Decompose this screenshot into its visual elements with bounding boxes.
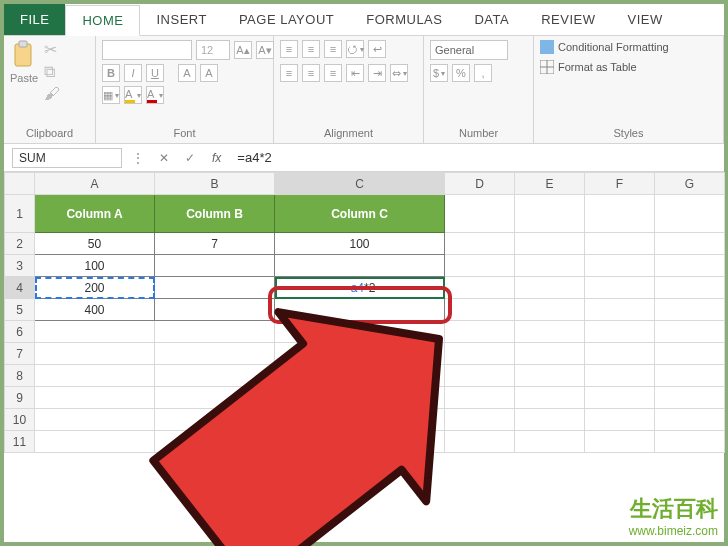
font-name-combo[interactable]	[102, 40, 192, 60]
row-header-8[interactable]: 8	[5, 365, 35, 387]
tab-data[interactable]: DATA	[458, 4, 525, 35]
row-header-4[interactable]: 4	[5, 277, 35, 299]
col-header-D[interactable]: D	[445, 173, 515, 195]
fx-icon[interactable]: fx	[206, 151, 227, 165]
format-painter-icon[interactable]: 🖌	[44, 85, 60, 103]
cell-E9[interactable]	[515, 387, 585, 409]
cell-A11[interactable]	[35, 431, 155, 453]
cell-F3[interactable]	[585, 255, 655, 277]
indent-inc-icon[interactable]: ⇥	[368, 64, 386, 82]
cell-E4[interactable]	[515, 277, 585, 299]
row-header-7[interactable]: 7	[5, 343, 35, 365]
name-box[interactable]	[12, 148, 122, 168]
paste-button[interactable]: Paste	[10, 40, 38, 84]
cell-F1[interactable]	[585, 195, 655, 233]
col-header-C[interactable]: C	[275, 173, 445, 195]
cell-B3[interactable]	[155, 255, 275, 277]
cell-C1[interactable]: Column C	[275, 195, 445, 233]
cell-E3[interactable]	[515, 255, 585, 277]
cell-A3[interactable]: 100	[35, 255, 155, 277]
number-format-combo[interactable]	[430, 40, 508, 60]
cell-B6[interactable]	[155, 321, 275, 343]
row-header-5[interactable]: 5	[5, 299, 35, 321]
cell-C10[interactable]	[275, 409, 445, 431]
cell-B8[interactable]	[155, 365, 275, 387]
cell-A5[interactable]: 400	[35, 299, 155, 321]
cell-D5[interactable]	[445, 299, 515, 321]
align-center-icon[interactable]: ≡	[302, 64, 320, 82]
cell-G7[interactable]	[655, 343, 725, 365]
cell-B4[interactable]	[155, 277, 275, 299]
bold-button[interactable]: B	[102, 64, 120, 82]
tab-home[interactable]: HOME	[65, 5, 140, 36]
cell-C8[interactable]	[275, 365, 445, 387]
merge-center-icon[interactable]: ⇔	[390, 64, 408, 82]
cell-E11[interactable]	[515, 431, 585, 453]
cell-A9[interactable]	[35, 387, 155, 409]
align-middle-icon[interactable]: ≡	[302, 40, 320, 58]
cell-F9[interactable]	[585, 387, 655, 409]
col-header-A[interactable]: A	[35, 173, 155, 195]
percent-icon[interactable]: %	[452, 64, 470, 82]
cell-D2[interactable]	[445, 233, 515, 255]
formula-input[interactable]	[233, 150, 716, 165]
format-as-table-button[interactable]: Format as Table	[540, 60, 637, 74]
cell-G5[interactable]	[655, 299, 725, 321]
decrease-font-icon[interactable]: A▾	[256, 41, 274, 59]
cell-C5[interactable]	[275, 299, 445, 321]
cell-B9[interactable]	[155, 387, 275, 409]
cell-F11[interactable]	[585, 431, 655, 453]
cell-C4[interactable]: =a4*2	[275, 277, 445, 299]
tab-review[interactable]: REVIEW	[525, 4, 611, 35]
align-bottom-icon[interactable]: ≡	[324, 40, 342, 58]
cell-G10[interactable]	[655, 409, 725, 431]
cell-G3[interactable]	[655, 255, 725, 277]
cell-G4[interactable]	[655, 277, 725, 299]
cell-D8[interactable]	[445, 365, 515, 387]
tab-formulas[interactable]: FORMULAS	[350, 4, 458, 35]
cell-E6[interactable]	[515, 321, 585, 343]
copy-icon[interactable]: ⧉	[44, 63, 60, 81]
currency-icon[interactable]: $	[430, 64, 448, 82]
cell-G1[interactable]	[655, 195, 725, 233]
col-header-E[interactable]: E	[515, 173, 585, 195]
cell-G2[interactable]	[655, 233, 725, 255]
indent-dec-icon[interactable]: ⇤	[346, 64, 364, 82]
cell-C2[interactable]: 100	[275, 233, 445, 255]
cell-B11[interactable]	[155, 431, 275, 453]
orientation-icon[interactable]: ⭯	[346, 40, 364, 58]
row-header-9[interactable]: 9	[5, 387, 35, 409]
cell-F10[interactable]	[585, 409, 655, 431]
increase-font-icon[interactable]: A▴	[234, 41, 252, 59]
cell-A2[interactable]: 50	[35, 233, 155, 255]
select-all-corner[interactable]	[5, 173, 35, 195]
tab-pagelayout[interactable]: PAGE LAYOUT	[223, 4, 350, 35]
cell-C7[interactable]	[275, 343, 445, 365]
cell-E1[interactable]	[515, 195, 585, 233]
cell-E8[interactable]	[515, 365, 585, 387]
cell-C3[interactable]	[275, 255, 445, 277]
align-top-icon[interactable]: ≡	[280, 40, 298, 58]
italic-button[interactable]: I	[124, 64, 142, 82]
cell-A10[interactable]	[35, 409, 155, 431]
font-size-combo[interactable]	[196, 40, 230, 60]
cell-D3[interactable]	[445, 255, 515, 277]
row-header-10[interactable]: 10	[5, 409, 35, 431]
row-header-11[interactable]: 11	[5, 431, 35, 453]
accept-formula-button[interactable]: ✓	[180, 151, 200, 165]
cell-D7[interactable]	[445, 343, 515, 365]
cell-B1[interactable]: Column B	[155, 195, 275, 233]
row-header-1[interactable]: 1	[5, 195, 35, 233]
wrap-text-icon[interactable]: ↩	[368, 40, 386, 58]
align-right-icon[interactable]: ≡	[324, 64, 342, 82]
spreadsheet-grid[interactable]: A B C D E F G 1 Column A Column B Column…	[4, 172, 724, 453]
font-color-button[interactable]: A	[146, 86, 164, 104]
cell-A1[interactable]: Column A	[35, 195, 155, 233]
cell-D10[interactable]	[445, 409, 515, 431]
cell-F8[interactable]	[585, 365, 655, 387]
cell-B5[interactable]	[155, 299, 275, 321]
cell-B2[interactable]: 7	[155, 233, 275, 255]
col-header-B[interactable]: B	[155, 173, 275, 195]
conditional-formatting-button[interactable]: Conditional Formatting	[540, 40, 669, 54]
cell-D4[interactable]	[445, 277, 515, 299]
